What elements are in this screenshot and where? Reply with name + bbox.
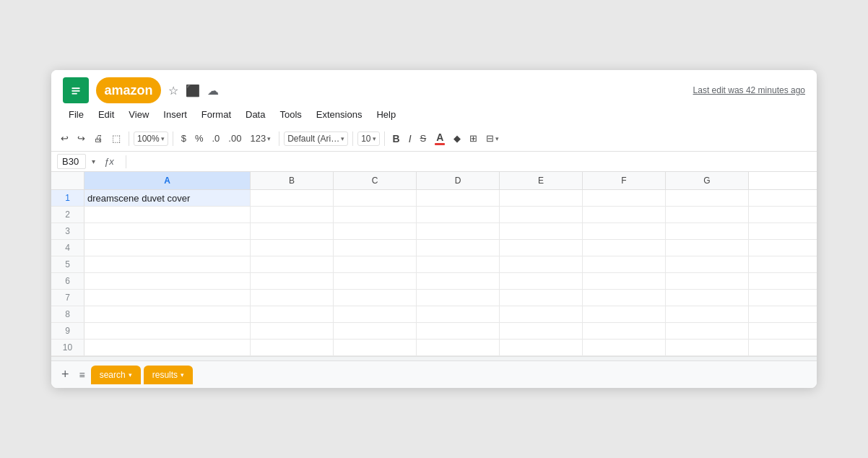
cell-c5[interactable] — [334, 256, 417, 272]
decimal-increase-button[interactable]: .00 — [225, 130, 245, 147]
menu-help[interactable]: Help — [370, 106, 402, 123]
col-header-b[interactable]: B — [251, 172, 334, 189]
cell-f4[interactable] — [583, 240, 666, 256]
cell-d5[interactable] — [417, 256, 500, 272]
cell-f7[interactable] — [583, 290, 666, 306]
cell-b1[interactable] — [251, 190, 334, 206]
cell-d4[interactable] — [417, 240, 500, 256]
cell-c1[interactable] — [334, 190, 417, 206]
cell-g9[interactable] — [666, 323, 749, 339]
cell-c8[interactable] — [334, 306, 417, 322]
cell-d6[interactable] — [417, 273, 500, 289]
menu-data[interactable]: Data — [240, 106, 271, 123]
currency-button[interactable]: $ — [178, 130, 190, 147]
col-header-a[interactable]: A — [84, 172, 251, 189]
folder-icon[interactable]: ⬛ — [186, 84, 200, 98]
cell-a4[interactable] — [84, 240, 251, 256]
borders-button[interactable]: ⊞ — [466, 130, 481, 147]
text-color-button[interactable]: A — [431, 129, 448, 148]
cell-d3[interactable] — [417, 223, 500, 239]
cell-d1[interactable] — [417, 190, 500, 206]
col-header-f[interactable]: F — [583, 172, 666, 189]
cell-a7[interactable] — [84, 290, 251, 306]
merge-cells-button[interactable]: ⊟ ▾ — [482, 130, 503, 147]
cell-f9[interactable] — [583, 323, 666, 339]
font-select[interactable]: Default (Ari… ▾ — [284, 131, 348, 146]
cell-g7[interactable] — [666, 290, 749, 306]
cell-e8[interactable] — [500, 306, 583, 322]
cell-f8[interactable] — [583, 306, 666, 322]
cell-g10[interactable] — [666, 340, 749, 355]
menu-edit[interactable]: Edit — [92, 106, 120, 123]
menu-file[interactable]: File — [63, 106, 90, 123]
cell-c7[interactable] — [334, 290, 417, 306]
cell-b3[interactable] — [251, 223, 334, 239]
cell-e5[interactable] — [500, 256, 583, 272]
cell-e2[interactable] — [500, 207, 583, 222]
cell-g5[interactable] — [666, 256, 749, 272]
cell-e1[interactable] — [500, 190, 583, 206]
cell-d8[interactable] — [417, 306, 500, 322]
undo-button[interactable]: ↩ — [57, 130, 72, 147]
cell-f6[interactable] — [583, 273, 666, 289]
cell-a3[interactable] — [84, 223, 251, 239]
bold-button[interactable]: B — [389, 130, 404, 147]
font-size-select[interactable]: 10 ▾ — [357, 131, 379, 146]
sheet-tab-search[interactable]: search ▾ — [91, 366, 141, 384]
cell-a9[interactable] — [84, 323, 251, 339]
cell-g1[interactable] — [666, 190, 749, 206]
cell-b7[interactable] — [251, 290, 334, 306]
redo-button[interactable]: ↪ — [74, 130, 89, 147]
cell-ref-arrow[interactable]: ▾ — [92, 157, 95, 165]
cell-g3[interactable] — [666, 223, 749, 239]
menu-format[interactable]: Format — [196, 106, 237, 123]
cell-f5[interactable] — [583, 256, 666, 272]
cell-f2[interactable] — [583, 207, 666, 222]
col-header-c[interactable]: C — [334, 172, 417, 189]
col-header-e[interactable]: E — [500, 172, 583, 189]
menu-tools[interactable]: Tools — [274, 106, 307, 123]
cell-f1[interactable] — [583, 190, 666, 206]
doc-title[interactable]: amazon — [96, 77, 161, 103]
cell-b9[interactable] — [251, 323, 334, 339]
fill-color-button[interactable]: ◆ — [450, 130, 464, 147]
strikethrough-button[interactable]: S — [417, 130, 430, 147]
cell-e3[interactable] — [500, 223, 583, 239]
format-number-button[interactable]: 123 ▾ — [246, 130, 274, 147]
cell-b5[interactable] — [251, 256, 334, 272]
cell-reference[interactable]: B30 — [57, 154, 86, 169]
cell-c9[interactable] — [334, 323, 417, 339]
cell-b6[interactable] — [251, 273, 334, 289]
cell-d10[interactable] — [417, 340, 500, 355]
cell-c2[interactable] — [334, 207, 417, 222]
percent-button[interactable]: % — [191, 130, 207, 147]
star-icon[interactable]: ☆ — [168, 84, 178, 98]
cell-d2[interactable] — [417, 207, 500, 222]
menu-insert[interactable]: Insert — [157, 106, 193, 123]
cell-g2[interactable] — [666, 207, 749, 222]
cell-g4[interactable] — [666, 240, 749, 256]
cell-b4[interactable] — [251, 240, 334, 256]
cell-d9[interactable] — [417, 323, 500, 339]
cell-g6[interactable] — [666, 273, 749, 289]
cell-f10[interactable] — [583, 340, 666, 355]
formula-input[interactable] — [135, 156, 811, 167]
cell-a6[interactable] — [84, 273, 251, 289]
decimal-decrease-button[interactable]: .0 — [209, 130, 224, 147]
menu-extensions[interactable]: Extensions — [311, 106, 368, 123]
cloud-icon[interactable]: ☁ — [207, 84, 219, 98]
cell-c6[interactable] — [334, 273, 417, 289]
cell-d7[interactable] — [417, 290, 500, 306]
italic-button[interactable]: I — [405, 130, 415, 147]
cell-e10[interactable] — [500, 340, 583, 355]
cell-a2[interactable] — [84, 207, 251, 222]
cell-g8[interactable] — [666, 306, 749, 322]
cell-b8[interactable] — [251, 306, 334, 322]
cell-e9[interactable] — [500, 323, 583, 339]
cell-e4[interactable] — [500, 240, 583, 256]
cell-a8[interactable] — [84, 306, 251, 322]
cell-c3[interactable] — [334, 223, 417, 239]
add-sheet-button[interactable]: + — [57, 366, 74, 384]
zoom-select[interactable]: 100% ▾ — [134, 131, 168, 146]
cell-e6[interactable] — [500, 273, 583, 289]
